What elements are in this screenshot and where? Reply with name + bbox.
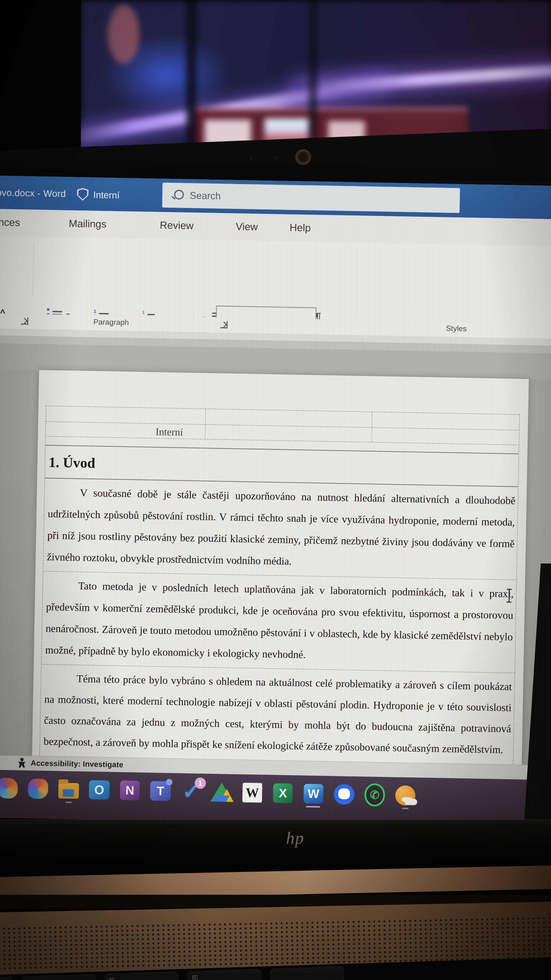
paragraph-group-label: Paragraph xyxy=(93,318,129,327)
google-drive-icon[interactable] xyxy=(211,781,232,803)
search-placeholder: Search xyxy=(189,190,221,201)
tab-help[interactable]: Help xyxy=(289,222,311,234)
document-paragraph[interactable]: Tato metoda je v posledních letech uplat… xyxy=(41,571,516,673)
weather-icon[interactable] xyxy=(395,785,416,806)
notification-badge: 1 xyxy=(194,777,206,789)
hp-logo: hp xyxy=(286,828,304,848)
excel-icon[interactable]: X xyxy=(272,783,294,804)
document-paragraph[interactable]: Téma této práce bylo vybráno s ohledem n… xyxy=(40,665,514,764)
key-partial xyxy=(270,966,345,980)
paragraph-row[interactable]: Téma této práce bylo vybráno s ohledem n… xyxy=(40,665,514,764)
neon-stripe xyxy=(296,59,551,94)
document-area: Interní 1. Úvod V současné době je stále… xyxy=(0,369,551,765)
teams-icon[interactable]: T xyxy=(150,781,171,802)
font-dialog-launcher-icon[interactable] xyxy=(21,317,29,325)
microsoft-365-copilot-icon[interactable] xyxy=(0,778,18,799)
document-paragraph[interactable]: V současné době je stále častěji upozorň… xyxy=(43,479,518,580)
sensitivity-label[interactable]: Interní xyxy=(93,189,120,200)
wikipedia-icon[interactable]: W xyxy=(242,782,263,803)
paragraph-row[interactable]: Tato metoda je v posledních letech uplat… xyxy=(41,571,516,673)
to-do-icon[interactable]: ✓1 xyxy=(181,781,202,802)
microsoft-365-icon[interactable] xyxy=(28,778,49,799)
webcam xyxy=(295,149,311,165)
signal-icon[interactable] xyxy=(333,784,355,805)
microphone-hole xyxy=(250,157,253,160)
cell-divider xyxy=(372,412,373,427)
group-separator xyxy=(33,243,34,296)
tab-view[interactable]: View xyxy=(236,221,258,233)
document-sensitivity-header: Interní xyxy=(156,426,183,438)
key-f4: f4 ☼ xyxy=(22,974,97,980)
cell-divider xyxy=(205,425,206,439)
laptop-screen: otovo.docx - Word Interní Search erences… xyxy=(0,175,551,828)
cell-divider xyxy=(372,428,372,442)
key-partial xyxy=(0,977,14,980)
sensitivity-shield-icon xyxy=(77,188,88,201)
document-title: otovo.docx - Word xyxy=(0,187,66,199)
accessibility-status[interactable]: Accessibility: Investigate xyxy=(30,759,124,769)
outlook-icon[interactable]: O xyxy=(89,780,110,800)
search-box[interactable]: Search xyxy=(162,183,460,213)
search-icon xyxy=(174,189,184,200)
word-icon[interactable]: W xyxy=(303,783,324,804)
cell-divider xyxy=(205,409,206,424)
laptop-hinge: hp xyxy=(0,819,551,873)
key-f5: f5 xyxy=(104,972,179,980)
paragraph-dialog-launcher-icon[interactable] xyxy=(220,321,228,329)
styles-group-label: Styles xyxy=(446,324,467,333)
key-f6: f6 xyxy=(187,969,262,980)
onenote-icon[interactable]: N xyxy=(119,780,141,801)
taskbar-icons: O N T ✓1 W X W ✆ xyxy=(0,778,416,806)
ribbon: A A 123 1 1 xyxy=(0,236,551,324)
file-explorer-icon[interactable] xyxy=(58,779,79,800)
accessibility-icon xyxy=(17,758,27,768)
microphone-hole xyxy=(274,157,276,159)
tab-review[interactable]: Review xyxy=(160,219,194,232)
red-light xyxy=(108,5,140,64)
document-page[interactable]: Interní 1. Úvod V současné době je stále… xyxy=(32,370,529,765)
windows-taskbar: O N T ✓1 W X W ✆ xyxy=(0,770,551,828)
tab-mailings[interactable]: Mailings xyxy=(68,218,106,230)
whatsapp-icon[interactable]: ✆ xyxy=(364,784,385,805)
document-table: Interní 1. Úvod V současné době je stále… xyxy=(40,406,520,764)
tab-references[interactable]: erences xyxy=(0,216,20,229)
photo-of-laptop: otovo.docx - Word Interní Search erences… xyxy=(0,0,551,980)
paragraph-row[interactable]: V současné době je stále častěji upozorň… xyxy=(43,479,518,580)
